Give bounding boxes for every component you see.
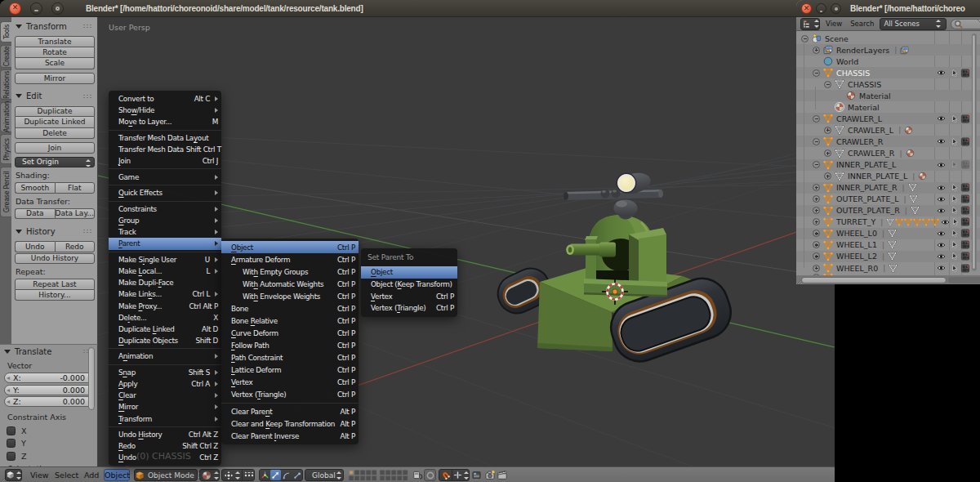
hide-toggle[interactable] bbox=[933, 114, 948, 123]
viewport-shading-dropdown[interactable] bbox=[199, 469, 220, 481]
outliner-row-material[interactable]: Material bbox=[796, 101, 980, 113]
outliner-row-crawler_l[interactable]: CRAWLER_L bbox=[796, 113, 980, 124]
snap-element-dropdown[interactable] bbox=[453, 471, 463, 480]
outliner-item-label[interactable]: RenderLayers bbox=[836, 46, 889, 55]
render-toggle[interactable] bbox=[960, 69, 970, 78]
selectable-toggle[interactable] bbox=[948, 206, 960, 215]
menu-item-snap[interactable]: SnapShift S bbox=[109, 367, 221, 378]
shelf-button[interactable]: History... bbox=[15, 290, 95, 301]
shelf-button[interactable]: Repeat Last bbox=[15, 279, 95, 290]
menu-item-with-automatic-weights[interactable]: With Automatic WeightsCtrl P bbox=[221, 278, 359, 290]
selectable-toggle[interactable] bbox=[948, 183, 960, 192]
hide-toggle[interactable] bbox=[933, 69, 948, 77]
rotate-manipulator-button[interactable] bbox=[281, 470, 292, 480]
expander-minus[interactable] bbox=[813, 161, 820, 168]
hide-toggle[interactable] bbox=[933, 195, 948, 203]
shelf-button[interactable]: Data Lay... bbox=[55, 208, 96, 220]
scale-manipulator-button[interactable] bbox=[292, 470, 302, 480]
tool-tab-animation[interactable]: Animation bbox=[0, 102, 11, 132]
menu-item-track[interactable]: Track bbox=[109, 226, 221, 238]
layers-widget[interactable] bbox=[348, 469, 412, 481]
opengl-render-anim-button[interactable] bbox=[496, 469, 508, 481]
outliner-menu-view[interactable]: View bbox=[822, 20, 846, 28]
menu-item-make-proxy-[interactable]: Make Proxy...Ctrl Alt P bbox=[109, 300, 221, 311]
outliner-item-label[interactable]: Material bbox=[859, 91, 891, 100]
outliner-item-label[interactable]: CRAWLER_R bbox=[848, 149, 894, 158]
tool-tab-relations[interactable]: Relations bbox=[0, 69, 11, 100]
outliner-row-crawler_r[interactable]: CRAWLER_R bbox=[796, 136, 980, 147]
outliner-item-label[interactable]: Material bbox=[848, 103, 880, 112]
expander-minus[interactable] bbox=[813, 138, 820, 145]
render-toggle[interactable] bbox=[960, 194, 970, 203]
expander-plus[interactable] bbox=[824, 150, 831, 157]
hide-toggle[interactable] bbox=[933, 230, 948, 238]
tool-tab-create[interactable]: Create bbox=[0, 45, 11, 68]
menu-item-with-envelope-weights[interactable]: With Envelope WeightsCtrl P bbox=[221, 290, 359, 302]
selectable-toggle[interactable] bbox=[948, 229, 960, 238]
outliner-row-outer_plate_l[interactable]: OUTER_PLATE_L| bbox=[796, 194, 980, 205]
menu-item-armature-deform[interactable]: Armature DeformCtrl P bbox=[221, 253, 359, 266]
menu-item-undo-history[interactable]: Undo HistoryCtrl Alt Z bbox=[109, 429, 221, 440]
outliner-item-label[interactable]: OUTER_PLATE_R bbox=[836, 206, 900, 215]
editor-type-selector[interactable] bbox=[5, 469, 22, 481]
hide-toggle[interactable] bbox=[933, 252, 948, 261]
outliner-item-label[interactable]: CRAWLER_R bbox=[836, 137, 883, 146]
expander-plus[interactable] bbox=[813, 218, 820, 225]
expander-plus[interactable] bbox=[813, 265, 820, 272]
expander-plus[interactable] bbox=[813, 252, 820, 260]
editor-type-selector[interactable] bbox=[800, 18, 820, 30]
minimize-button[interactable] bbox=[30, 2, 42, 15]
outliner-item-label[interactable]: WHEEL_L1 bbox=[836, 240, 877, 249]
shelf-button[interactable]: Translate bbox=[15, 36, 95, 47]
maximize-button[interactable] bbox=[51, 2, 64, 15]
menu-item-follow-path[interactable]: Follow PathCtrl P bbox=[221, 339, 359, 351]
outliner-row-inner_plate_r[interactable]: INNER_PLATE_R| bbox=[796, 182, 980, 194]
menu-item-move-to-layer-[interactable]: Move to Layer...M bbox=[109, 116, 221, 127]
panel-header[interactable]: Translate bbox=[0, 345, 97, 358]
menu-item-duplicate-objects[interactable]: Duplicate ObjectsShift D bbox=[109, 335, 221, 346]
render-toggle[interactable] bbox=[960, 240, 970, 249]
shelf-button[interactable]: Duplicate bbox=[15, 106, 95, 118]
outliner-row-turret_y[interactable]: TURRET_Y| bbox=[796, 216, 980, 228]
shelf-button[interactable]: Rotate bbox=[15, 47, 95, 59]
render-toggle[interactable] bbox=[960, 206, 970, 215]
menu-item-make-dupli-face[interactable]: Make Dupli-Face bbox=[109, 277, 221, 288]
opengl-render-button[interactable] bbox=[483, 469, 496, 481]
outliner-item-label[interactable]: INNER_PLATE_L bbox=[848, 172, 907, 181]
hide-toggle[interactable] bbox=[933, 241, 948, 249]
menu-item-bone[interactable]: BoneCtrl P bbox=[221, 302, 359, 315]
menu-item-delete-[interactable]: Delete...X bbox=[109, 312, 221, 324]
menu-item-object[interactable]: ObjectCtrl P bbox=[221, 241, 359, 253]
outliner-row-wheel_l1[interactable]: WHEEL_L1| bbox=[796, 239, 980, 251]
outliner-row-scene[interactable]: Scene bbox=[796, 33, 980, 44]
set-origin-dropdown[interactable]: Set Origin bbox=[15, 157, 95, 168]
render-toggle[interactable] bbox=[960, 217, 970, 226]
tool-tab-physics[interactable]: Physics bbox=[0, 134, 11, 164]
menu-item-lattice-deform[interactable]: Lattice DeformCtrl P bbox=[221, 364, 359, 376]
pivot-point-group[interactable] bbox=[221, 469, 255, 481]
menu-item-clear[interactable]: Clear bbox=[109, 390, 221, 401]
render-toggle[interactable] bbox=[960, 114, 970, 123]
constraint-axis-z-checkbox[interactable] bbox=[7, 452, 16, 461]
outliner-titlebar[interactable]: Blender* [/home/hattori/choreo bbox=[796, 0, 980, 17]
outliner-item-label[interactable]: World bbox=[836, 57, 858, 66]
expander-plus[interactable] bbox=[813, 207, 820, 214]
render-toggle[interactable] bbox=[960, 160, 970, 169]
menu-item-bone-relative[interactable]: Bone RelativeCtrl P bbox=[221, 315, 359, 327]
menu-item-object-keep-transform-[interactable]: Object (Keep Transform) bbox=[361, 279, 457, 291]
selectable-toggle[interactable] bbox=[948, 240, 960, 249]
expander-plus[interactable] bbox=[824, 127, 831, 134]
menu-item-show-hide[interactable]: Show/Hide bbox=[109, 105, 221, 116]
vector-x-field[interactable]: X:-0.000 bbox=[4, 373, 94, 383]
lock-modes-button[interactable] bbox=[412, 469, 423, 481]
close-button[interactable] bbox=[9, 2, 21, 15]
shelf-button[interactable]: Smooth bbox=[15, 182, 55, 194]
hide-toggle[interactable] bbox=[939, 218, 951, 226]
selectable-toggle[interactable] bbox=[948, 160, 960, 169]
outliner-row-renderlayers[interactable]: RenderLayers| bbox=[796, 44, 980, 56]
hide-toggle[interactable] bbox=[933, 137, 948, 145]
menu-item-transfer-mesh-data[interactable]: Transfer Mesh DataShift Ctrl T bbox=[109, 144, 221, 155]
menu-item-duplicate-linked[interactable]: Duplicate LinkedAlt D bbox=[109, 324, 221, 335]
render-toggle[interactable] bbox=[960, 229, 970, 238]
menu-item-clear-and-keep-transformation[interactable]: Clear and Keep TransformationAlt P bbox=[221, 417, 359, 430]
